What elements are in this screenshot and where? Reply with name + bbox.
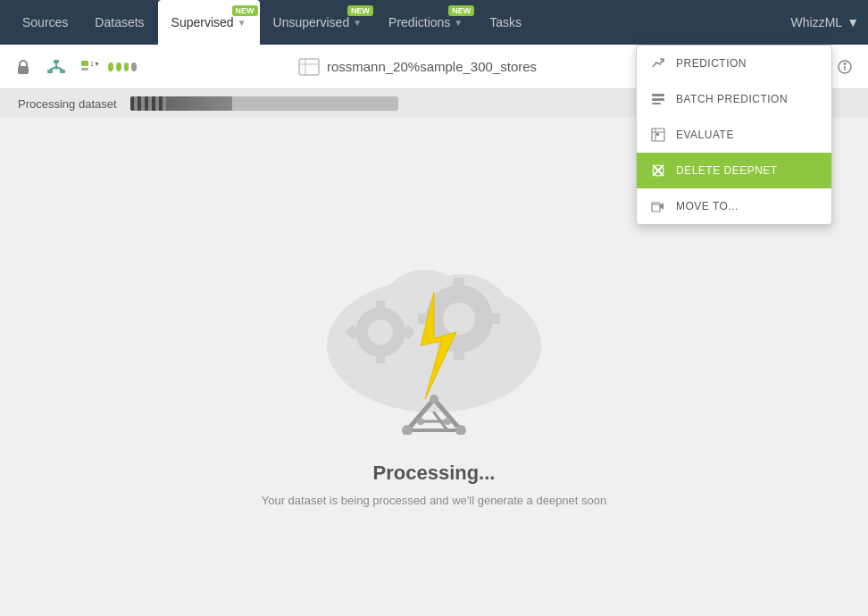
layers-icon[interactable]: 1▼ [75,53,104,81]
progress-stripe-5 [159,96,166,111]
status-dots [108,53,137,81]
nav-supervised[interactable]: Supervised NEW ▼ [158,0,260,45]
svg-rect-40 [376,301,385,312]
svg-rect-7 [81,61,88,66]
unsupervised-badge: NEW [347,5,373,16]
svg-point-39 [368,320,393,345]
svg-rect-10 [299,59,319,75]
svg-line-5 [50,67,56,70]
menu-evaluate[interactable]: EVALUATE [637,117,831,153]
processing-title: Processing... [373,462,496,485]
svg-line-6 [56,67,63,70]
node-tree-icon[interactable] [42,53,71,81]
svg-rect-51 [454,347,464,360]
svg-rect-50 [454,278,464,290]
svg-rect-29 [656,133,659,136]
cloud-svg [309,203,559,435]
progress-stripe-1 [130,96,138,111]
whizzml-arrow: ▼ [847,15,859,29]
menu-move-to[interactable]: MOVE TO... [637,188,831,224]
svg-text:1▼: 1▼ [90,61,99,67]
navbar: Sources Datasets Supervised NEW ▼ Unsupe… [0,0,868,45]
batch-prediction-label: BATCH PREDICTION [676,93,788,105]
delete-deepnet-icon [649,162,667,179]
nav-supervised-label: Supervised [171,15,234,29]
svg-rect-24 [652,98,664,101]
svg-rect-0 [18,66,29,74]
batch-prediction-icon [649,90,667,108]
progress-stripe-2 [138,96,145,111]
svg-rect-2 [47,70,53,73]
prediction-icon [649,54,667,72]
processing-subtitle: Your dataset is being processed and we'l… [262,494,607,507]
svg-rect-8 [81,68,88,71]
menu-delete-deepnet[interactable]: DELETE DEEPNET [637,153,831,188]
table-icon [298,58,320,76]
progress-label: Processing dataset [18,97,117,111]
progress-stripe-3 [145,96,152,111]
context-menu: PREDICTION BATCH PREDICTION [636,45,832,225]
evaluate-icon [649,126,667,144]
svg-point-65 [444,418,451,425]
evaluate-label: EVALUATE [676,129,734,141]
nav-datasets[interactable]: Datasets [81,0,157,45]
nav-datasets-label: Datasets [95,15,144,29]
nav-unsupervised[interactable]: Unsupervised NEW ▼ [260,0,376,45]
svg-point-49 [443,303,475,335]
delete-deepnet-label: DELETE DEEPNET [676,164,778,177]
svg-point-64 [417,418,424,425]
lock-icon[interactable] [9,53,38,81]
toolbar: 1▼ rossmann_20%sample_300_stores [0,45,868,89]
predictions-badge: NEW [448,5,474,16]
svg-rect-52 [488,313,500,324]
prediction-label: PREDICTION [676,57,747,70]
nav-tasks-label: Tasks [489,15,522,29]
supervised-badge: NEW [232,5,258,16]
move-to-label: MOVE TO... [676,200,739,212]
nav-predictions-label: Predictions [388,15,450,29]
svg-rect-1 [54,60,59,63]
nav-unsupervised-label: Unsupervised [273,15,350,29]
predictions-arrow: ▼ [454,18,463,28]
svg-rect-41 [376,353,385,363]
svg-rect-23 [652,94,664,96]
progress-stripe-4 [152,96,159,111]
svg-rect-3 [60,70,65,73]
whizzml-button[interactable]: WhizzML ▼ [791,15,859,29]
svg-point-61 [430,395,438,404]
supervised-arrow: ▼ [238,18,246,28]
progress-empty [232,96,398,111]
svg-point-20 [844,62,846,64]
nav-sources-label: Sources [22,15,68,29]
nav-sources[interactable]: Sources [9,0,81,45]
dataset-name: rossmann_20%sample_300_stores [141,58,694,76]
dataset-name-text: rossmann_20%sample_300_stores [327,59,537,74]
progress-bar [130,96,398,111]
nav-tasks[interactable]: Tasks [476,0,535,45]
progress-filled [130,96,232,111]
menu-batch-prediction[interactable]: BATCH PREDICTION [637,81,831,117]
processing-illustration [309,194,559,444]
menu-prediction[interactable]: PREDICTION [637,46,831,81]
nav-predictions[interactable]: Predictions NEW ▼ [375,0,476,45]
info-icon[interactable] [830,53,859,81]
svg-rect-25 [652,103,661,104]
move-to-icon [649,197,667,215]
whizzml-label: WhizzML [791,15,843,29]
unsupervised-arrow: ▼ [353,18,362,28]
